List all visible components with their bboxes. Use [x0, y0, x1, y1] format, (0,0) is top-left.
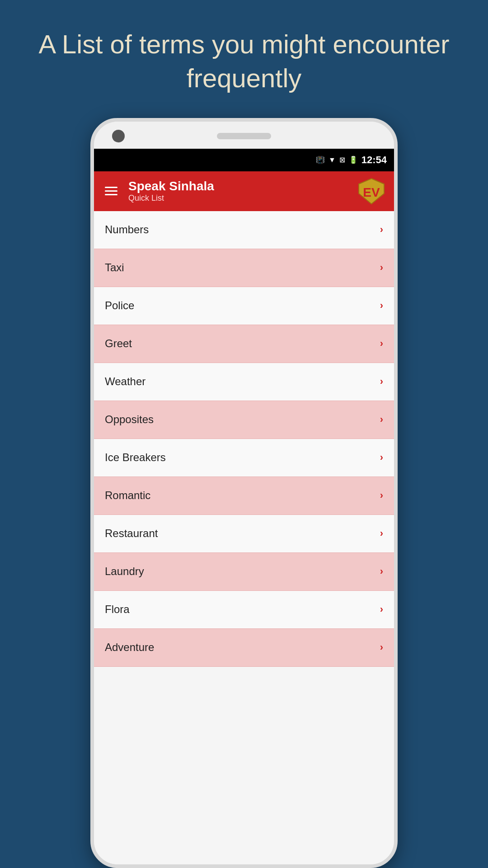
list-item-label-1: Numbers — [105, 223, 149, 236]
list-item-label-12: Adventure — [105, 641, 154, 654]
menu-line-2 — [105, 190, 117, 192]
list-item[interactable]: Numbers› — [94, 211, 394, 249]
list-item-label-5: Weather — [105, 375, 145, 388]
battery-icon: 🔋 — [349, 156, 358, 164]
chevron-right-icon: › — [380, 338, 383, 349]
speaker — [217, 133, 271, 139]
list-item-label-7: Ice Breakers — [105, 451, 166, 464]
chevron-right-icon: › — [380, 262, 383, 274]
status-time: 12:54 — [361, 154, 387, 166]
list-item[interactable]: Restaurant› — [94, 515, 394, 553]
list-item-label-4: Greet — [105, 337, 132, 350]
app-title: Speak Sinhala — [128, 179, 349, 193]
list-item[interactable]: Romantic› — [94, 477, 394, 515]
app-logo: EV — [358, 178, 385, 205]
list-item[interactable]: Police› — [94, 287, 394, 325]
vibrate-icon: 📳 — [316, 156, 325, 164]
chevron-right-icon: › — [380, 566, 383, 577]
svg-text:EV: EV — [363, 185, 380, 199]
page-title: A List of terms you might encounter freq… — [0, 0, 488, 118]
menu-button[interactable] — [103, 185, 119, 197]
list-item[interactable]: Flora› — [94, 591, 394, 629]
list-container: Numbers›Taxi›Police›Greet›Weather›Opposi… — [94, 211, 394, 864]
chevron-right-icon: › — [380, 300, 383, 311]
app-subtitle: Quick List — [128, 193, 349, 203]
list-item[interactable]: Taxi› — [94, 249, 394, 287]
chevron-right-icon: › — [380, 224, 383, 236]
app-bar: Speak Sinhala Quick List EV — [94, 171, 394, 211]
chevron-right-icon: › — [380, 452, 383, 463]
list-item[interactable]: Opposites› — [94, 401, 394, 439]
chevron-right-icon: › — [380, 528, 383, 539]
menu-line-1 — [105, 187, 117, 188]
list-item-label-2: Taxi — [105, 261, 124, 274]
list-item[interactable]: Greet› — [94, 325, 394, 363]
list-item-label-10: Laundry — [105, 565, 144, 578]
app-title-container: Speak Sinhala Quick List — [128, 179, 349, 203]
signal-icon: ⊠ — [339, 156, 345, 164]
menu-line-3 — [105, 194, 117, 195]
chevron-right-icon: › — [380, 604, 383, 615]
chevron-right-icon: › — [380, 414, 383, 425]
list-item[interactable]: Adventure› — [94, 629, 394, 667]
list-item-label-9: Restaurant — [105, 527, 158, 540]
list-item-label-11: Flora — [105, 603, 130, 616]
phone-top — [94, 122, 394, 149]
chevron-right-icon: › — [380, 376, 383, 387]
status-icons: 📳 ▼ ⊠ 🔋 12:54 — [316, 154, 387, 166]
list-item[interactable]: Laundry› — [94, 553, 394, 591]
chevron-right-icon: › — [380, 490, 383, 501]
list-item[interactable]: Ice Breakers› — [94, 439, 394, 477]
wifi-icon: ▼ — [328, 156, 336, 164]
list-item-label-3: Police — [105, 299, 134, 312]
status-bar: 📳 ▼ ⊠ 🔋 12:54 — [94, 149, 394, 171]
list-item-label-6: Opposites — [105, 413, 154, 426]
camera — [112, 130, 125, 142]
list-item-label-8: Romantic — [105, 489, 150, 502]
list-item[interactable]: Weather› — [94, 363, 394, 401]
chevron-right-icon: › — [380, 642, 383, 653]
phone-frame: 📳 ▼ ⊠ 🔋 12:54 Speak Sinhala Quick List E… — [90, 118, 398, 868]
